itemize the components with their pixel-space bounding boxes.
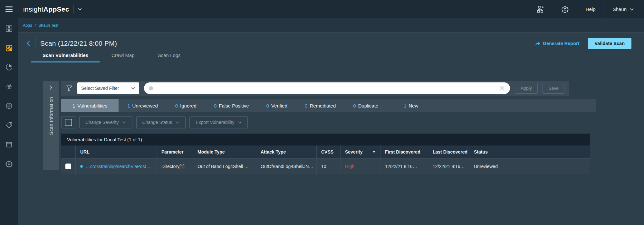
row-parameter-cell: Directory[1] [157, 159, 193, 174]
export-vulnerability-dropdown[interactable]: Export Vulnerability [189, 116, 248, 128]
status-label: Ignored [180, 103, 197, 108]
status-count: 0 [305, 103, 307, 108]
status-label: Unreviewed [132, 103, 158, 108]
chevron-right-icon [50, 85, 52, 90]
chevron-down-icon [122, 121, 126, 124]
help-button[interactable]: Help [577, 0, 604, 18]
sidebar-item-vulnerabilities[interactable]: ☣ [0, 77, 18, 96]
chevron-down-icon[interactable] [78, 8, 82, 11]
dashboard-icon [5, 25, 13, 32]
status-label: Remediated [310, 103, 336, 108]
row-attack-type-cell: OutOfBandLog4ShellJN… [256, 159, 316, 174]
clear-search-button[interactable] [499, 85, 505, 91]
status-tab-false-positive[interactable]: 0 False Positive [205, 99, 258, 112]
search-input[interactable] [157, 85, 495, 91]
sidebar-item-apps[interactable] [0, 38, 18, 58]
export-vulnerability-label: Export Vulnerability [196, 120, 234, 125]
settings-button[interactable] [553, 0, 577, 18]
filter-funnel-icon [66, 85, 72, 91]
table-header-row: URL Parameter Module Type Attack Type CV… [61, 145, 590, 158]
chevron-left-icon [26, 41, 30, 46]
column-header-url[interactable]: URL [75, 145, 157, 158]
change-severity-label: Change Severity [85, 120, 119, 125]
row-status-cell: Unreviewed [469, 159, 590, 174]
logo-text: insightAppSec [23, 5, 69, 13]
share-arrow-icon [535, 41, 540, 46]
user-name: Shaun [613, 6, 627, 12]
target-icon [5, 102, 13, 109]
search-chip-dot [149, 86, 153, 90]
generate-report-link[interactable]: Generate Report [535, 41, 580, 46]
breadcrumb-apps-link[interactable]: Apps [23, 23, 32, 28]
change-severity-dropdown[interactable]: Change Severity [79, 116, 132, 128]
page-title-bar: Scan (12/22/21 8:00 PM) Generate Report … [18, 33, 644, 52]
column-header-cvss[interactable]: CVSS [316, 145, 340, 158]
back-button[interactable] [26, 39, 31, 48]
logo-divider [73, 5, 74, 14]
apply-filter-button[interactable]: Apply [515, 83, 538, 94]
status-tab-new[interactable]: 1 New [395, 99, 427, 112]
chevron-down-icon [238, 121, 242, 124]
column-header-module-type[interactable]: Module Type [193, 145, 256, 158]
status-count: 0 [175, 103, 178, 108]
status-label: Duplicate [358, 103, 379, 108]
chevron-down-icon [176, 121, 179, 124]
status-tab-duplicate[interactable]: 0 Duplicate [344, 99, 387, 112]
column-header-attack-type[interactable]: Attack Type [256, 145, 316, 158]
sidebar-item-tags[interactable] [0, 116, 18, 135]
scan-information-panel-toggle[interactable]: Scan Information [43, 81, 59, 170]
sidebar-item-settings[interactable] [0, 154, 18, 173]
chevron-down-icon [131, 87, 135, 89]
select-all-checkbox[interactable] [61, 116, 75, 128]
sort-desc-icon[interactable] [372, 151, 376, 153]
vulnerability-dot-icon [80, 165, 83, 168]
table-row: …crosstraining/searchViaPostBody Directo… [61, 158, 590, 174]
column-header-last-discovered[interactable]: Last Discovered [428, 145, 469, 158]
save-filter-button[interactable]: Save [543, 83, 564, 94]
sidebar-item-targets[interactable] [0, 96, 18, 116]
saved-filter-select[interactable]: Select Saved Filter [77, 82, 139, 94]
vulnerabilities-panel: Select Saved Filter Apply Save 1 Vulne [61, 81, 596, 174]
change-status-label: Change Status [142, 120, 172, 125]
checkbox-icon [65, 119, 72, 126]
generate-report-label: Generate Report [543, 41, 580, 46]
hamburger-menu-button[interactable] [0, 0, 18, 18]
sidebar-item-schedule[interactable] [0, 135, 18, 154]
main-content: Apps / Shaun Test Scan (12/22/21 8:00 PM… [18, 18, 644, 225]
filter-search-box [144, 82, 510, 94]
sidebar-item-scans[interactable] [0, 58, 18, 77]
title-divider [35, 37, 35, 50]
row-cvss-cell: 10 [316, 159, 340, 174]
status-tab-vulnerabilities[interactable]: 1 Vulnerabilities [61, 99, 119, 112]
app-switcher-button[interactable] [528, 0, 553, 18]
column-header-parameter[interactable]: Parameter [157, 145, 193, 158]
help-label: Help [586, 6, 596, 12]
title-actions: Generate Report Validate Scan [535, 38, 631, 49]
breadcrumb-shaun-test-link[interactable]: Shaun Test [38, 23, 58, 28]
change-status-dropdown[interactable]: Change Status [136, 116, 186, 128]
table-title: Vulnerabilities for Donal Test (1 of 1) [61, 134, 590, 145]
status-tab-ignored[interactable]: 0 Ignored [167, 99, 205, 112]
column-header-severity[interactable]: Severity [340, 145, 380, 158]
gear-icon [562, 6, 569, 13]
top-bar: insightAppSec Help Shaun [0, 0, 644, 18]
page-title: Scan (12/22/21 8:00 PM) [40, 40, 117, 47]
app-logo[interactable]: insightAppSec [18, 0, 82, 18]
user-menu-button[interactable]: Shaun [604, 0, 644, 18]
hamburger-icon [5, 6, 13, 12]
column-header-status[interactable]: Status [469, 145, 590, 158]
sidebar-item-dashboard[interactable] [0, 19, 18, 38]
calendar-icon [5, 141, 13, 148]
status-tab-remediated[interactable]: 0 Remediated [296, 99, 344, 112]
status-count: 1 [72, 103, 75, 108]
vulnerability-status-tabs: 1 Vulnerabilities 1 Unreviewed 0 Ignored… [61, 99, 596, 112]
vulnerability-url-link[interactable]: …crosstraining/searchViaPostBody [86, 164, 152, 169]
row-url-cell: …crosstraining/searchViaPostBody [75, 159, 157, 174]
row-checkbox[interactable] [65, 164, 71, 169]
severity-badge: High [345, 164, 354, 169]
apps-icon [5, 44, 13, 52]
status-tab-unreviewed[interactable]: 1 Unreviewed [119, 99, 167, 112]
status-tab-verified[interactable]: 0 Verified [258, 99, 296, 112]
validate-scan-button[interactable]: Validate Scan [588, 38, 632, 49]
column-header-first-discovered[interactable]: First Discovered [380, 145, 428, 158]
